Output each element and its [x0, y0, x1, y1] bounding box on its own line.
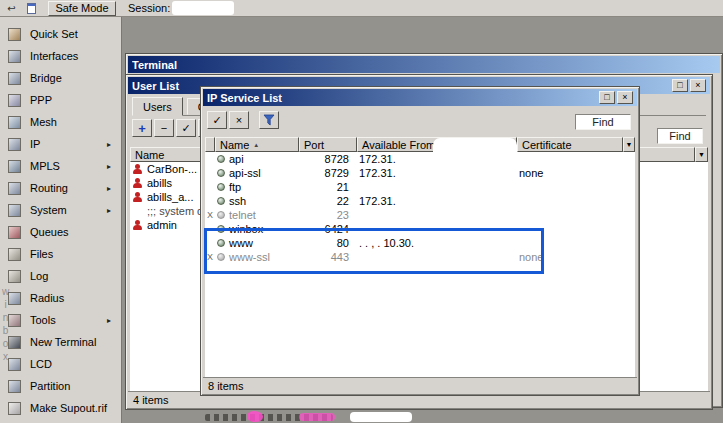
service-name: telnet	[229, 209, 256, 221]
service-name: ssh	[229, 195, 246, 207]
maximize-button[interactable]: □	[599, 91, 615, 104]
maximize-button[interactable]: □	[672, 79, 688, 92]
sidebar-item-ppp[interactable]: PPP	[0, 89, 121, 111]
service-icon	[217, 197, 225, 205]
sidebar-item-tools[interactable]: Tools▸	[0, 309, 121, 331]
service-icon	[217, 183, 225, 191]
user-name: admin	[147, 219, 177, 231]
sidebar-item-mpls[interactable]: MPLS▸	[0, 155, 121, 177]
sidebar-item-routing[interactable]: Routing▸	[0, 177, 121, 199]
user-icon	[133, 164, 142, 174]
service-name: api	[229, 153, 244, 165]
sidebar-item-quick-set[interactable]: Quick Set	[0, 23, 121, 45]
user-icon	[133, 178, 142, 188]
interfaces-icon	[8, 50, 21, 63]
service-row-ssh[interactable]: ssh 22 172.31.	[205, 194, 635, 208]
service-row-api[interactable]: api 8728 172.31.	[205, 152, 635, 166]
user-list-item-count: 4 items	[133, 394, 168, 406]
tab-users[interactable]: Users	[132, 97, 183, 116]
user-list-find-field[interactable]: Find	[657, 128, 703, 144]
routing-icon	[8, 182, 21, 195]
sidebar-item-make-supout[interactable]: Make Supout.rif	[0, 397, 121, 419]
service-available-from: 172.31.	[357, 195, 517, 207]
sort-ascending-icon: ▲	[253, 142, 259, 148]
close-button[interactable]: ×	[690, 79, 706, 92]
service-row-ftp[interactable]: ftp 21	[205, 180, 635, 194]
submenu-arrow-icon: ▸	[107, 140, 111, 149]
sidebar-item-label: PPP	[30, 94, 52, 106]
sidebar-item-queues[interactable]: Queues	[0, 221, 121, 243]
sidebar-item-label: System	[30, 204, 67, 216]
ip-service-find-field[interactable]: Find	[575, 114, 631, 130]
service-row-api-ssl[interactable]: api-ssl 8729 172.31. none	[205, 166, 635, 180]
terminal-titlebar[interactable]: Terminal	[128, 56, 720, 73]
sidebar-item-new-terminal[interactable]: New Terminal	[0, 331, 121, 353]
files-icon	[8, 248, 21, 261]
sidebar-item-radius[interactable]: Radius	[0, 287, 121, 309]
redaction-session-value	[172, 1, 234, 15]
mpls-icon	[8, 160, 21, 173]
ip-service-item-count: 8 items	[208, 380, 243, 392]
sidebar-item-lcd[interactable]: LCD	[0, 353, 121, 375]
session-label: Session:	[128, 2, 170, 14]
add-user-button[interactable]: +	[132, 119, 152, 137]
column-header-certificate[interactable]: Certificate	[517, 137, 623, 152]
sidebar-item-system[interactable]: System▸	[0, 199, 121, 221]
artifact-pink-scribble	[247, 411, 263, 422]
sidebar-item-label: IP	[30, 138, 40, 150]
service-name: www-ssl	[229, 251, 270, 263]
document-icon[interactable]	[23, 1, 40, 15]
column-header-name-label: Name	[220, 139, 249, 151]
undo-icon[interactable]: ↩	[3, 1, 20, 15]
ip-service-statusbar: 8 items	[203, 377, 637, 393]
filter-button[interactable]	[259, 111, 279, 129]
service-row-winbox[interactable]: winbox 6424	[205, 222, 635, 236]
sidebar-item-label: Radius	[30, 292, 64, 304]
service-row-www-ssl[interactable]: X www-ssl 443 none	[205, 250, 635, 264]
service-certificate: none	[517, 251, 623, 263]
ip-service-list-title: IP Service List	[207, 92, 597, 104]
service-icon	[217, 169, 225, 177]
queues-icon	[8, 226, 21, 239]
mesh-icon	[8, 116, 21, 129]
sidebar-item-label: Files	[30, 248, 53, 260]
sidebar-item-label: MPLS	[30, 160, 60, 172]
watermark-text: winbox	[0, 286, 11, 364]
column-header-port[interactable]: Port	[299, 137, 357, 152]
column-select-dropdown-icon[interactable]: ▼	[623, 137, 635, 152]
column-header-name[interactable]: Name▲	[215, 137, 299, 152]
submenu-arrow-icon: ▸	[107, 184, 111, 193]
ip-service-grid: Name▲ Port Available From Certificate ▼ …	[205, 137, 635, 377]
enable-user-button[interactable]: ✓	[176, 119, 196, 137]
sidebar-item-bridge[interactable]: Bridge	[0, 67, 121, 89]
sidebar-item-log[interactable]: Log	[0, 265, 121, 287]
service-name: ftp	[229, 181, 241, 193]
sidebar-item-label: Tools	[30, 314, 56, 326]
sidebar-item-label: Routing	[30, 182, 68, 194]
service-row-telnet[interactable]: X telnet 23	[205, 208, 635, 222]
sidebar-item-partition[interactable]: Partition	[0, 375, 121, 397]
document-glyph	[27, 3, 36, 14]
service-port: 21	[299, 181, 357, 193]
service-available-from: . . , . 10.30.	[357, 237, 517, 249]
disable-service-button[interactable]: ×	[229, 111, 249, 129]
service-port: 6424	[299, 223, 357, 235]
column-select-dropdown-icon[interactable]: ▼	[695, 147, 708, 162]
submenu-arrow-icon: ▸	[107, 206, 111, 215]
user-icon	[133, 220, 142, 230]
sidebar-item-interfaces[interactable]: Interfaces	[0, 45, 121, 67]
sidebar-item-label: Make Supout.rif	[30, 402, 107, 414]
terminal-title: Terminal	[132, 59, 716, 71]
disabled-flag: X	[205, 210, 215, 220]
enable-service-button[interactable]: ✓	[207, 111, 227, 129]
sidebar-item-mesh[interactable]: Mesh	[0, 111, 121, 133]
redaction-available-from	[433, 138, 517, 178]
remove-user-button[interactable]: −	[154, 119, 174, 137]
ip-service-list-titlebar[interactable]: IP Service List □ ×	[203, 89, 637, 106]
close-button[interactable]: ×	[617, 91, 633, 104]
service-row-www[interactable]: www 80 . . , . 10.30.	[205, 236, 635, 250]
user-name: CarBon-...	[147, 163, 197, 175]
sidebar-item-files[interactable]: Files	[0, 243, 121, 265]
sidebar-item-ip[interactable]: IP▸	[0, 133, 121, 155]
safe-mode-button[interactable]: Safe Mode	[48, 1, 116, 16]
